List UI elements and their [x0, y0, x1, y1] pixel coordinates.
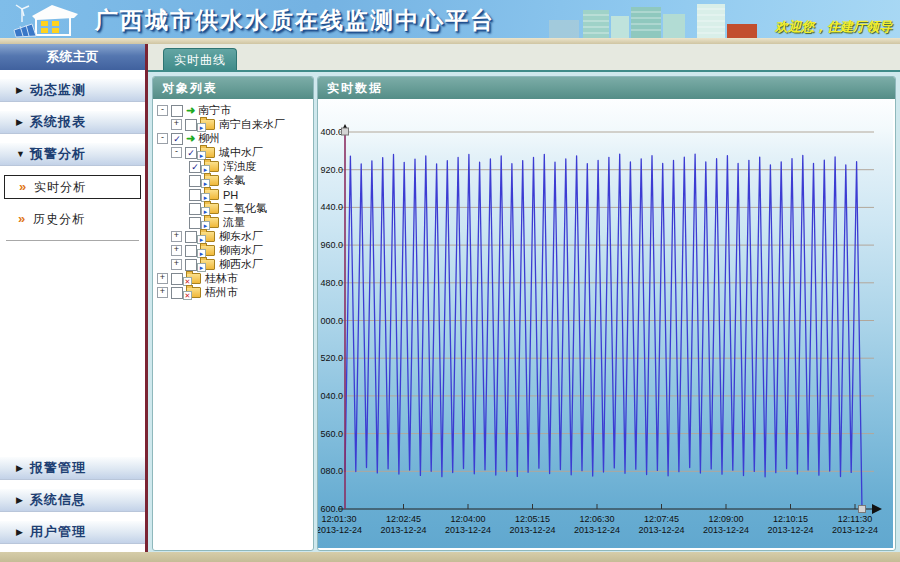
sidebar-item-label: 系统信息 — [30, 491, 86, 509]
folder-tab — [186, 271, 193, 274]
app-title: 广西城市供水水质在线监测中心平台 — [95, 5, 495, 36]
tab-underline — [148, 70, 900, 72]
sidebar-item-1[interactable]: ▶系统信息 — [0, 488, 145, 512]
expand-toggle-icon[interactable]: + — [157, 287, 168, 298]
expand-toggle-icon[interactable]: + — [171, 119, 182, 130]
expand-toggle-icon[interactable]: + — [171, 259, 182, 270]
tree-node[interactable]: ▸PH — [153, 188, 313, 201]
chevron-right-icon: ▶ — [16, 495, 30, 505]
folder-icon: ▸ — [204, 189, 219, 200]
sidebar-item-2[interactable]: ▶用户管理 — [0, 520, 145, 544]
y-tick-label: 520.0 — [320, 353, 343, 363]
expand-toggle-icon[interactable]: + — [171, 231, 182, 242]
tree-checkbox[interactable] — [185, 259, 197, 271]
collapse-toggle-icon[interactable]: - — [157, 133, 168, 144]
y-tick-label: 400.0 — [320, 127, 343, 137]
folder-tab — [204, 173, 211, 176]
tree-checkbox[interactable] — [189, 217, 201, 229]
tree-node-label: 柳东水厂 — [219, 229, 263, 244]
submenu-item-0[interactable]: »实时分析 — [4, 175, 141, 199]
tree-checkbox[interactable] — [189, 175, 201, 187]
x-tick-date-label: 2013-12-24 — [574, 525, 620, 535]
folder-tab — [204, 201, 211, 204]
sidebar-menu-bottom: ▶报警管理▶系统信息▶用户管理 — [0, 448, 145, 544]
arrow-badge-icon: ▸ — [197, 263, 206, 272]
tree-node-label: 梧州市 — [205, 285, 238, 300]
tree-node[interactable]: ▸二氧化氯 — [153, 202, 313, 215]
tree-node[interactable]: ▸余氯 — [153, 174, 313, 187]
folder-icon: ▸ — [204, 161, 219, 172]
tree-node[interactable]: +▸柳东水厂 — [153, 230, 313, 243]
sidebar-item-label: 系统报表 — [30, 113, 86, 131]
tree-checkbox[interactable] — [185, 119, 197, 131]
tree-node[interactable]: -✓➜柳州 — [153, 132, 313, 145]
folder-tab — [200, 229, 207, 232]
x-tick-time-label: 12:07:45 — [644, 514, 679, 524]
folder-tab — [204, 159, 211, 162]
tree-node-label: 柳西水厂 — [219, 257, 263, 272]
tree-checkbox[interactable] — [189, 189, 201, 201]
sidebar-item-label: 预警分析 — [30, 145, 86, 163]
tree-checkbox[interactable] — [185, 231, 197, 243]
tree-node-label: PH — [223, 189, 238, 201]
chart-area: 400.0920.0440.0960.0480.0000.0520.0040.0… — [318, 99, 893, 548]
sidebar-item-home[interactable]: 系统主页 — [0, 44, 145, 70]
x-tick-time-label: 12:05:15 — [515, 514, 550, 524]
collapse-toggle-icon[interactable]: - — [171, 147, 182, 158]
tab-realtime-curve[interactable]: 实时曲线 — [163, 48, 237, 71]
range-handle-top[interactable] — [342, 128, 349, 135]
tree-node[interactable]: +▸柳南水厂 — [153, 244, 313, 257]
x-tick-time-label: 12:09:00 — [708, 514, 743, 524]
collapse-toggle-icon[interactable]: - — [157, 105, 168, 116]
tree-node[interactable]: +▸柳西水厂 — [153, 258, 313, 271]
x-tick-time-label: 12:11:30 — [838, 514, 872, 524]
orange-chevron-icon: » — [18, 212, 33, 226]
platform-logo-icon — [12, 2, 90, 38]
tree-checkbox[interactable] — [171, 105, 183, 117]
footer-strip — [0, 552, 900, 562]
x-tick-time-label: 12:02:45 — [386, 514, 421, 524]
y-tick-label: 040.0 — [320, 391, 343, 401]
x-tick-time-label: 12:04:00 — [450, 514, 485, 524]
green-arrow-icon: ➜ — [186, 133, 195, 144]
expand-toggle-icon[interactable]: + — [171, 245, 182, 256]
sidebar-item-label: 用户管理 — [30, 523, 86, 541]
chevron-right-icon: ▶ — [16, 117, 30, 127]
tree-node[interactable]: ▸流量 — [153, 216, 313, 229]
submenu-item-1[interactable]: »历史分析 — [4, 208, 141, 230]
tab-bar: 实时曲线 — [148, 44, 900, 70]
tree-node[interactable]: +✕桂林市 — [153, 272, 313, 285]
tree-node-label: 浑浊度 — [223, 159, 256, 174]
tree-node[interactable]: +✕梧州市 — [153, 286, 313, 299]
sidebar-item-0[interactable]: ▶动态监测 — [0, 78, 145, 102]
folder-x-icon: ✕ — [186, 273, 201, 284]
tree-checkbox[interactable]: ✓ — [185, 147, 197, 159]
tree-node-label: 城中水厂 — [219, 145, 263, 160]
tree-checkbox[interactable] — [189, 203, 201, 215]
tree-node[interactable]: ✓▸浑浊度 — [153, 160, 313, 173]
tree-node[interactable]: +▸南宁自来水厂 — [153, 118, 313, 131]
folder-tab — [200, 257, 207, 260]
tree-checkbox[interactable] — [171, 273, 183, 285]
sidebar-item-label: 报警管理 — [30, 459, 86, 477]
sidebar-item-0[interactable]: ▶报警管理 — [0, 456, 145, 480]
tree-node[interactable]: -✓▸城中水厂 — [153, 146, 313, 159]
folder-tab — [204, 215, 211, 218]
folder-icon: ▸ — [200, 119, 215, 130]
tree-checkbox[interactable] — [171, 287, 183, 299]
folder-icon: ▸ — [200, 147, 215, 158]
x-tick-time-label: 12:06:30 — [579, 514, 614, 524]
tree-checkbox[interactable] — [185, 245, 197, 257]
range-handle-bottom[interactable] — [859, 506, 866, 513]
tree-checkbox[interactable]: ✓ — [189, 161, 201, 173]
y-tick-label: 920.0 — [320, 165, 343, 175]
tree-checkbox[interactable]: ✓ — [171, 133, 183, 145]
folder-tab — [204, 187, 211, 190]
expand-toggle-icon[interactable]: + — [157, 273, 168, 284]
y-tick-label: 440.0 — [320, 202, 343, 212]
folder-icon: ▸ — [200, 259, 215, 270]
tree-node[interactable]: -➜南宁市 — [153, 104, 313, 117]
chevron-right-icon: ▶ — [16, 527, 30, 537]
sidebar-item-1[interactable]: ▶系统报表 — [0, 110, 145, 134]
sidebar-item-2[interactable]: ▼预警分析 — [0, 142, 145, 166]
